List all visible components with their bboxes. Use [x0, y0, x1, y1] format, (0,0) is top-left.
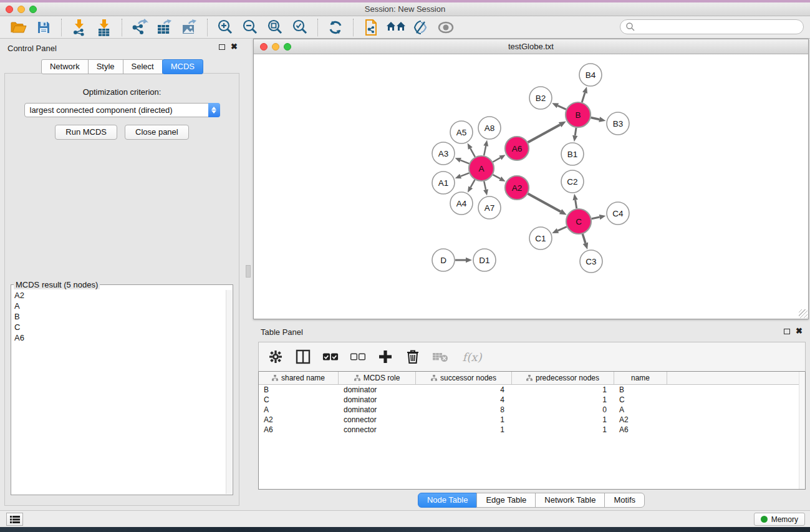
tab-network-table[interactable]: Network Table [535, 493, 605, 508]
result-item[interactable]: A [12, 301, 226, 311]
eye-icon[interactable] [433, 18, 458, 37]
network-zoom-button[interactable] [284, 43, 291, 51]
open-folder-icon[interactable] [6, 18, 31, 37]
memory-button[interactable]: Memory [754, 513, 805, 526]
network-document-icon[interactable] [359, 18, 383, 37]
tab-motifs[interactable]: Motifs [604, 493, 645, 508]
node-label-A5: A5 [456, 128, 467, 137]
edge-A-A8[interactable] [484, 146, 486, 155]
save-icon[interactable] [31, 18, 56, 37]
edge-C-C4[interactable] [592, 217, 600, 219]
column-header-name[interactable]: name [614, 372, 667, 384]
add-icon[interactable] [377, 349, 393, 365]
tab-node-table[interactable]: Node Table [418, 493, 478, 508]
edge-A2-C[interactable] [528, 194, 561, 212]
unselect-all-checkbox-icon[interactable] [350, 349, 366, 365]
column-header-MCDS-role[interactable]: MCDS role [339, 372, 416, 384]
edge-B-B1[interactable] [575, 128, 576, 136]
column-header-shared-name[interactable]: shared name [259, 372, 339, 384]
tab-mcds[interactable]: MCDS [162, 59, 203, 74]
node-label-C: C [576, 217, 582, 226]
export-image-icon[interactable] [177, 18, 202, 37]
network-minimize-button[interactable] [272, 43, 279, 51]
table-tabs: Node TableEdge TableNetwork TableMotifs [252, 493, 810, 508]
edge-B-B3[interactable] [591, 117, 600, 119]
table-cell: C [259, 395, 339, 405]
float-panel-icon[interactable] [219, 44, 225, 50]
close-panel-icon[interactable]: ✖ [231, 44, 238, 50]
app-titlebar: Session: New Session [0, 2, 810, 16]
control-panel: Control Panel ✖ NetworkStyleSelectMCDS O… [0, 39, 244, 510]
tab-network[interactable]: Network [41, 59, 89, 74]
refresh-icon[interactable] [323, 18, 348, 37]
close-table-panel-icon[interactable]: ✖ [796, 328, 803, 334]
tab-edge-table[interactable]: Edge Table [476, 493, 536, 508]
tab-style[interactable]: Style [88, 59, 123, 74]
edge-A-A2[interactable] [493, 175, 500, 178]
edge-A-A4[interactable] [471, 180, 475, 187]
edge-C-C1[interactable] [557, 226, 566, 230]
toolbar-separator [122, 19, 122, 36]
edge-A-A1[interactable] [461, 173, 470, 176]
search-input[interactable] [635, 22, 803, 32]
tab-select[interactable]: Select [123, 59, 163, 74]
export-network-icon[interactable] [127, 18, 152, 37]
network-close-button[interactable] [260, 43, 268, 51]
arrowhead-icon [599, 215, 606, 220]
edge-A-A3[interactable] [460, 160, 469, 164]
edge-A-A5[interactable] [470, 148, 475, 157]
run-mcds-button[interactable]: Run MCDS [55, 125, 117, 140]
import-network-icon[interactable] [67, 18, 92, 37]
main-toolbar [0, 16, 810, 39]
result-item[interactable]: C [12, 322, 226, 332]
edge-A6-B[interactable] [528, 125, 561, 142]
column-header-predecessor-nodes[interactable]: predecessor nodes [512, 372, 614, 384]
trash-icon[interactable] [405, 349, 421, 365]
zoom-out-icon[interactable] [238, 18, 263, 37]
zoom-window-button[interactable] [29, 6, 37, 13]
zoom-fit-icon[interactable] [263, 18, 287, 37]
result-item[interactable]: A6 [12, 332, 226, 343]
export-table-icon[interactable] [152, 18, 177, 37]
node-label-A3: A3 [438, 149, 449, 158]
column-view-icon[interactable] [295, 349, 311, 365]
table-cell: B [259, 385, 339, 395]
close-panel-button[interactable]: Close panel [125, 125, 189, 140]
table-row[interactable]: Adominator80A [259, 405, 805, 415]
split-pane-handle[interactable] [246, 265, 251, 278]
hide-graphics-details-icon[interactable] [408, 18, 433, 37]
column-header-successor-nodes[interactable]: successor nodes [416, 372, 512, 384]
cybrowser-home-icon[interactable] [383, 18, 408, 37]
network-canvas[interactable]: B4B2BB3A8A5A6A3B1AC2A1A2A4A7C4CC1C3DD1 [254, 54, 808, 319]
gear-icon[interactable] [268, 349, 284, 365]
close-window-button[interactable] [6, 6, 13, 13]
result-scrollbar[interactable] [226, 290, 232, 494]
task-list-button[interactable] [6, 513, 23, 526]
import-table-icon[interactable] [92, 18, 117, 37]
table-row[interactable]: A2connector11A2 [259, 415, 805, 425]
edge-B-B2[interactable] [557, 105, 566, 109]
edge-C-C2[interactable] [576, 200, 577, 209]
table-cell: 1 [512, 395, 614, 405]
float-table-panel-icon[interactable] [784, 329, 790, 334]
table-row[interactable]: A6connector11A6 [259, 425, 805, 435]
minimize-window-button[interactable] [17, 6, 25, 13]
result-item[interactable]: B [12, 311, 226, 322]
edge-A-A7[interactable] [484, 181, 486, 190]
table-cell: connector [339, 415, 416, 425]
table-row[interactable]: Bdominator41B [259, 385, 805, 395]
search-box[interactable] [620, 19, 804, 34]
toolbar-separator [353, 19, 354, 36]
criterion-dropdown[interactable]: largest connected component (directed) [24, 103, 220, 117]
network-window-titlebar[interactable]: testGlobe.txt [254, 39, 808, 54]
table-row[interactable]: Cdominator41C [259, 395, 805, 405]
edge-B-B4[interactable] [582, 93, 585, 102]
zoom-in-icon[interactable] [213, 18, 238, 37]
edge-A-A6[interactable] [493, 158, 500, 162]
edge-C-C3[interactable] [582, 234, 586, 243]
zoom-selected-icon[interactable] [287, 18, 312, 37]
table-scrollbar[interactable] [799, 372, 805, 489]
resize-grip-icon[interactable] [799, 309, 808, 318]
select-all-checkbox-icon[interactable] [322, 349, 339, 365]
result-item[interactable]: A2 [12, 290, 226, 301]
